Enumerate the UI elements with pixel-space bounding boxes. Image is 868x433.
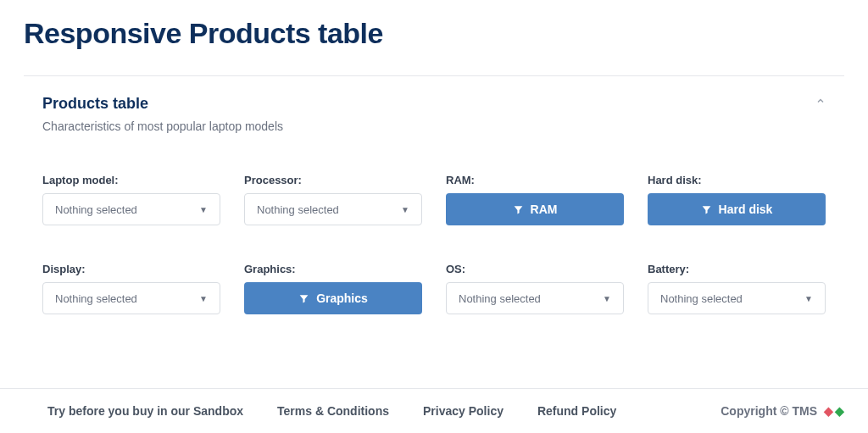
display-label: Display: — [42, 263, 220, 275]
collapse-icon[interactable] — [815, 95, 826, 108]
display-select[interactable]: Nothing selected ▼ — [42, 282, 220, 314]
privacy-link[interactable]: Privacy Policy — [423, 404, 504, 418]
panel-subtitle: Characteristics of most popular laptop m… — [42, 119, 283, 133]
hdd-label: Hard disk: — [648, 174, 826, 186]
tms-logo-icon: ◆◆ — [824, 404, 844, 418]
ram-filter-button[interactable]: RAM — [446, 193, 624, 225]
battery-value: Nothing selected — [660, 292, 743, 305]
caret-down-icon: ▼ — [199, 294, 208, 303]
filter-icon — [298, 293, 309, 304]
laptop-value: Nothing selected — [55, 203, 137, 216]
graphics-label: Graphics: — [244, 263, 422, 275]
caret-down-icon: ▼ — [804, 294, 813, 303]
refund-link[interactable]: Refund Policy — [537, 404, 616, 418]
battery-select[interactable]: Nothing selected ▼ — [648, 282, 826, 314]
os-select[interactable]: Nothing selected ▼ — [446, 282, 624, 314]
caret-down-icon: ▼ — [199, 205, 208, 214]
battery-label: Battery: — [648, 263, 826, 275]
graphics-filter-button[interactable]: Graphics — [244, 282, 422, 314]
panel-title: Products table — [42, 95, 283, 113]
caret-down-icon: ▼ — [603, 294, 611, 303]
processor-select[interactable]: Nothing selected ▼ — [244, 193, 422, 225]
os-label: OS: — [446, 263, 624, 275]
display-value: Nothing selected — [55, 292, 137, 305]
laptop-select[interactable]: Nothing selected ▼ — [42, 193, 220, 225]
graphics-button-text: Graphics — [316, 291, 368, 305]
sandbox-link[interactable]: Try before you buy in our Sandbox — [47, 404, 243, 418]
ram-button-text: RAM — [531, 203, 558, 216]
filter-icon — [513, 204, 524, 215]
page-title: Responsive Products table — [0, 0, 868, 75]
products-panel: Products table Characteristics of most p… — [0, 76, 868, 323]
caret-down-icon: ▼ — [401, 205, 409, 214]
terms-link[interactable]: Terms & Conditions — [277, 404, 389, 418]
copyright-text: Copyright © TMS — [721, 404, 817, 418]
os-value: Nothing selected — [459, 292, 541, 305]
processor-label: Processor: — [244, 174, 422, 186]
footer: Try before you buy in our Sandbox Terms … — [0, 388, 868, 433]
hdd-button-text: Hard disk — [719, 203, 773, 216]
ram-label: RAM: — [446, 174, 624, 186]
laptop-label: Laptop model: — [42, 174, 220, 186]
hdd-filter-button[interactable]: Hard disk — [648, 193, 826, 225]
filter-grid: Laptop model: Nothing selected ▼ Process… — [42, 174, 826, 314]
processor-value: Nothing selected — [257, 203, 339, 216]
filter-icon — [701, 204, 712, 215]
